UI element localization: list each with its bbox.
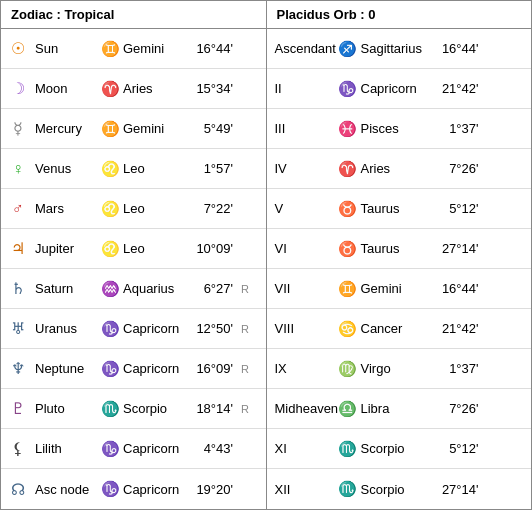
planet-symbol: ♇ [1, 399, 35, 418]
degree: 4°43' [191, 441, 237, 456]
planet-name: Sun [35, 39, 97, 58]
sign-symbol: ♍ [335, 360, 361, 378]
sign-name: Capricorn [361, 81, 433, 96]
degree: 21°42' [433, 321, 483, 336]
left-table-row: ♅ Uranus ♑ Capricorn 12°50' R [1, 309, 266, 349]
degree: 18°14' [191, 401, 237, 416]
degree: 1°37' [433, 121, 483, 136]
left-table-row: ☿ Mercury ♊ Gemini 5°49' [1, 109, 266, 149]
retrograde: R [237, 403, 253, 415]
degree: 6°27' [191, 281, 237, 296]
header-row: Zodiac : Tropical Placidus Orb : 0 [1, 1, 531, 29]
right-table: Ascendant ♐ Sagittarius 16°44' II ♑ Capr… [267, 29, 532, 509]
sign-name: Aries [123, 81, 191, 96]
left-table-row: ♃ Jupiter ♌ Leo 10°09' [1, 229, 266, 269]
right-table-row: Midheaven ♎ Libra 7°26' [267, 389, 532, 429]
degree: 16°44' [433, 41, 483, 56]
house-name: VII [267, 281, 335, 296]
degree: 7°22' [191, 201, 237, 216]
left-table-row: ♇ Pluto ♏ Scorpio 18°14' R [1, 389, 266, 429]
header-left: Zodiac : Tropical [1, 1, 267, 28]
sign-symbol: ♈ [335, 160, 361, 178]
left-table-row: ☊ Asc node ♑ Capricorn 19°20' [1, 469, 266, 509]
sign-name: Scorpio [123, 401, 191, 416]
house-name: II [267, 81, 335, 96]
left-table-row: ⚸ Lilith ♑ Capricorn 4°43' [1, 429, 266, 469]
retrograde: R [237, 283, 253, 295]
right-table-row: IX ♍ Virgo 1°37' [267, 349, 532, 389]
sign-name: Leo [123, 201, 191, 216]
house-name: Ascendant [267, 41, 335, 56]
sign-symbol: ♑ [97, 320, 123, 338]
house-name: Midheaven [267, 401, 335, 416]
sign-symbol: ♏ [335, 440, 361, 458]
sign-symbol: ♏ [335, 480, 361, 498]
degree: 16°44' [433, 281, 483, 296]
right-table-row: VII ♊ Gemini 16°44' [267, 269, 532, 309]
right-table-row: IV ♈ Aries 7°26' [267, 149, 532, 189]
planet-symbol: ♄ [1, 279, 35, 298]
house-name: VI [267, 241, 335, 256]
sign-name: Pisces [361, 121, 433, 136]
sign-symbol: ♑ [97, 360, 123, 378]
house-name: XI [267, 441, 335, 456]
planet-name: Uranus [35, 319, 97, 338]
planet-name: Neptune [35, 359, 97, 378]
degree: 12°50' [191, 321, 237, 336]
sign-symbol: ♒ [97, 280, 123, 298]
planet-symbol: ♆ [1, 359, 35, 378]
planet-name: Mars [35, 199, 97, 218]
right-table-row: XII ♏ Scorpio 27°14' [267, 469, 532, 509]
left-table-row: ♀ Venus ♌ Leo 1°57' [1, 149, 266, 189]
planet-symbol: ☽ [1, 79, 35, 98]
sign-name: Aries [361, 161, 433, 176]
degree: 10°09' [191, 241, 237, 256]
planet-name: Mercury [35, 119, 97, 138]
degree: 15°34' [191, 81, 237, 96]
sign-symbol: ♊ [97, 40, 123, 58]
house-name: IX [267, 361, 335, 376]
left-table-row: ☽ Moon ♈ Aries 15°34' [1, 69, 266, 109]
degree: 27°14' [433, 482, 483, 497]
right-table-row: VIII ♋ Cancer 21°42' [267, 309, 532, 349]
sign-name: Libra [361, 401, 433, 416]
sign-name: Scorpio [361, 482, 433, 497]
planet-symbol: ☊ [1, 480, 35, 499]
planet-symbol: ♅ [1, 319, 35, 338]
sign-name: Capricorn [123, 482, 191, 497]
sign-name: Taurus [361, 201, 433, 216]
sign-name: Capricorn [123, 321, 191, 336]
sign-symbol: ♉ [335, 200, 361, 218]
planet-symbol: ♃ [1, 239, 35, 258]
sign-symbol: ♌ [97, 240, 123, 258]
degree: 1°57' [191, 161, 237, 176]
degree: 27°14' [433, 241, 483, 256]
left-table: ☉ Sun ♊ Gemini 16°44' ☽ Moon ♈ Aries 15°… [1, 29, 267, 509]
degree: 21°42' [433, 81, 483, 96]
left-table-row: ♄ Saturn ♒ Aquarius 6°27' R [1, 269, 266, 309]
degree: 5°49' [191, 121, 237, 136]
sign-symbol: ♑ [97, 440, 123, 458]
sign-symbol: ♑ [335, 80, 361, 98]
sign-name: Cancer [361, 321, 433, 336]
sign-symbol: ♏ [97, 400, 123, 418]
degree: 1°37' [433, 361, 483, 376]
sign-symbol: ♎ [335, 400, 361, 418]
planet-name: Moon [35, 79, 97, 98]
sign-symbol: ♊ [97, 120, 123, 138]
planet-name: Pluto [35, 399, 97, 418]
planet-name: Lilith [35, 439, 97, 458]
sign-name: Taurus [361, 241, 433, 256]
sign-symbol: ♑ [97, 480, 123, 498]
right-table-row: II ♑ Capricorn 21°42' [267, 69, 532, 109]
sign-symbol: ♌ [97, 200, 123, 218]
right-table-row: XI ♏ Scorpio 5°12' [267, 429, 532, 469]
sign-name: Sagittarius [361, 41, 433, 56]
house-name: V [267, 201, 335, 216]
sign-symbol: ♈ [97, 80, 123, 98]
planet-name: Saturn [35, 279, 97, 298]
planet-symbol: ♂ [1, 200, 35, 218]
sign-name: Leo [123, 161, 191, 176]
planet-symbol: ☉ [1, 39, 35, 58]
planet-symbol: ⚸ [1, 439, 35, 458]
